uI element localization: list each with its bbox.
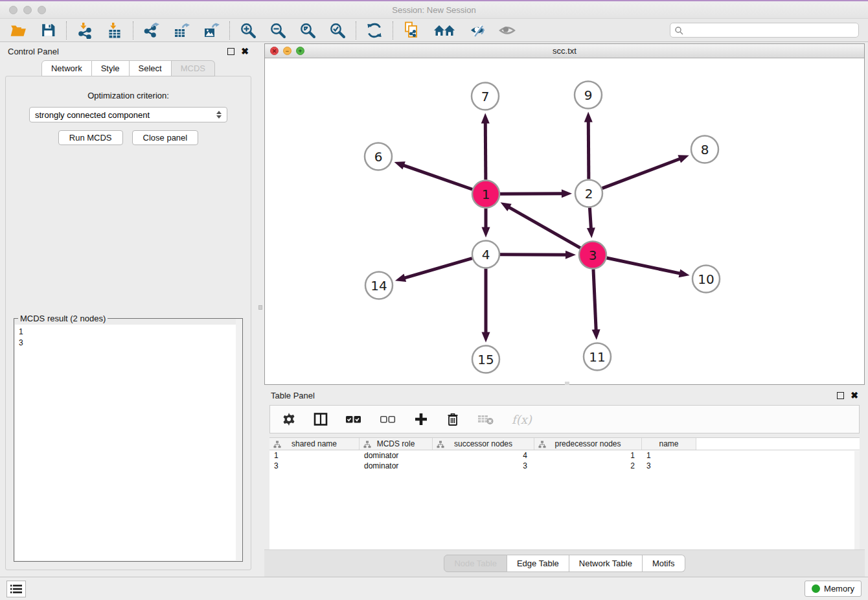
- graph-node-4[interactable]: 4: [472, 241, 499, 268]
- graph-edge-2-9[interactable]: [584, 111, 593, 179]
- graph-edge-1-4[interactable]: [482, 209, 490, 238]
- table-toolbar: f(x): [269, 405, 860, 433]
- tab-network[interactable]: Network: [41, 60, 92, 76]
- graph-edge-4-15[interactable]: [482, 269, 490, 343]
- close-panel-button[interactable]: Close panel: [132, 130, 199, 145]
- tab-mcds[interactable]: MCDS: [172, 60, 215, 76]
- zoom-out-icon[interactable]: [269, 21, 287, 40]
- network-graph[interactable]: 7968124314101511: [265, 58, 864, 384]
- zoom-in-icon[interactable]: [239, 21, 257, 40]
- open-session-icon[interactable]: [9, 21, 27, 40]
- optimization-criterion-label: Optimization criterion:: [14, 91, 243, 100]
- node-table: shared name MCDS role successor nodes: [269, 437, 860, 549]
- graph-node-2[interactable]: 2: [575, 180, 602, 207]
- tab-node-table[interactable]: Node Table: [444, 555, 507, 572]
- import-table-icon[interactable]: [106, 21, 124, 40]
- graph-edge-1-6[interactable]: [394, 161, 473, 189]
- tab-select[interactable]: Select: [130, 60, 172, 76]
- export-image-icon[interactable]: [202, 21, 220, 40]
- tab-motifs[interactable]: Motifs: [643, 555, 685, 572]
- graph-node-10[interactable]: 10: [692, 266, 720, 293]
- import-network-icon[interactable]: [76, 21, 94, 40]
- graph-edge-3-1[interactable]: [501, 202, 580, 248]
- column-type-icon: [437, 441, 444, 448]
- svg-text:9: 9: [584, 87, 593, 103]
- graph-edge-4-14[interactable]: [395, 259, 472, 282]
- home-layout-icon[interactable]: [432, 21, 457, 40]
- table-row[interactable]: 3 dominator 3 2 3: [269, 461, 860, 471]
- mcds-result-text[interactable]: 1 3: [15, 325, 242, 560]
- save-session-icon[interactable]: [39, 21, 57, 40]
- svg-text:6: 6: [374, 149, 383, 165]
- table-body[interactable]: 1 dominator 4 1 1 3 dominator 3 2 3: [269, 450, 860, 549]
- tab-network-table[interactable]: Network Table: [569, 555, 643, 572]
- graph-edge-2-8[interactable]: [602, 155, 689, 188]
- network-canvas[interactable]: 7968124314101511: [265, 58, 864, 384]
- column-header-mcds-role[interactable]: MCDS role: [360, 438, 433, 450]
- run-mcds-button[interactable]: Run MCDS: [58, 130, 123, 145]
- add-column-icon[interactable]: [414, 412, 428, 426]
- graph-node-3[interactable]: 3: [579, 242, 606, 269]
- search-field[interactable]: [670, 23, 859, 38]
- split-columns-icon[interactable]: [314, 412, 328, 426]
- splitter-grip[interactable]: [258, 305, 262, 310]
- task-history-button[interactable]: [6, 581, 26, 597]
- mcds-panel-body: Optimization criterion: strongly connect…: [5, 76, 251, 570]
- graph-node-14[interactable]: 14: [365, 272, 393, 299]
- graph-edge-1-2[interactable]: [500, 189, 572, 198]
- memory-button[interactable]: Memory: [805, 581, 862, 597]
- result-scrollbar[interactable]: [236, 319, 242, 561]
- function-builder-icon[interactable]: f(x): [512, 413, 532, 426]
- graph-node-6[interactable]: 6: [365, 143, 392, 170]
- zoom-selected-icon[interactable]: [328, 21, 347, 40]
- svg-text:1: 1: [482, 187, 490, 202]
- float-table-panel-icon[interactable]: [837, 392, 844, 399]
- table-panel-title: Table Panel: [271, 391, 315, 400]
- export-network-icon[interactable]: [143, 21, 161, 40]
- graph-node-8[interactable]: 8: [691, 136, 718, 163]
- column-type-icon: [273, 441, 281, 448]
- memory-status-icon: [812, 584, 820, 593]
- select-all-columns-icon[interactable]: [345, 414, 362, 424]
- graph-edge-3-11[interactable]: [592, 269, 600, 340]
- column-header-name[interactable]: name: [642, 438, 696, 450]
- graph-edge-1-7[interactable]: [481, 113, 490, 179]
- delete-table-icon[interactable]: [477, 413, 494, 426]
- canvas-splitter-grip[interactable]: [565, 382, 569, 385]
- search-icon: [674, 26, 683, 35]
- duplicate-network-icon[interactable]: [402, 21, 420, 40]
- control-panel-tabs: Network Style Select MCDS: [0, 60, 257, 76]
- table-row[interactable]: 1 dominator 4 1 1: [269, 450, 860, 461]
- export-table-icon[interactable]: [172, 21, 190, 40]
- show-graphics-icon[interactable]: [498, 21, 516, 40]
- graph-node-9[interactable]: 9: [575, 82, 602, 109]
- graph-edge-4-3[interactable]: [500, 251, 576, 259]
- search-input[interactable]: [683, 26, 854, 35]
- tab-style[interactable]: Style: [92, 60, 130, 76]
- delete-column-icon[interactable]: [446, 412, 460, 426]
- hide-graphics-icon[interactable]: [468, 21, 486, 40]
- column-header-predecessor-nodes[interactable]: predecessor nodes: [534, 438, 642, 450]
- float-panel-icon[interactable]: [227, 48, 234, 55]
- table-scrollbar[interactable]: [854, 451, 860, 549]
- deselect-all-columns-icon[interactable]: [380, 414, 396, 424]
- select-stepper-icon: [216, 111, 222, 119]
- close-table-panel-icon[interactable]: ✖: [851, 391, 858, 400]
- close-panel-icon[interactable]: ✖: [241, 47, 249, 56]
- refresh-layout-icon[interactable]: [365, 21, 383, 40]
- gear-icon[interactable]: [282, 412, 296, 426]
- column-header-shared-name[interactable]: shared name: [269, 438, 360, 450]
- tab-edge-table[interactable]: Edge Table: [507, 555, 569, 572]
- graph-edge-2-3[interactable]: [587, 207, 595, 238]
- panel-splitter[interactable]: [257, 42, 264, 577]
- graph-node-1[interactable]: 1: [472, 181, 499, 208]
- zoom-fit-icon[interactable]: [299, 21, 317, 40]
- graph-node-15[interactable]: 15: [472, 346, 499, 373]
- graph-node-7[interactable]: 7: [472, 83, 499, 110]
- graph-node-11[interactable]: 11: [584, 343, 611, 371]
- network-window-titlebar[interactable]: ✕ − + scc.txt: [265, 44, 864, 58]
- graph-edge-3-10[interactable]: [607, 258, 690, 277]
- column-header-successor-nodes[interactable]: successor nodes: [433, 438, 534, 450]
- table-panel: Table Panel ✖: [264, 387, 865, 577]
- criterion-select[interactable]: strongly connected component: [29, 107, 227, 122]
